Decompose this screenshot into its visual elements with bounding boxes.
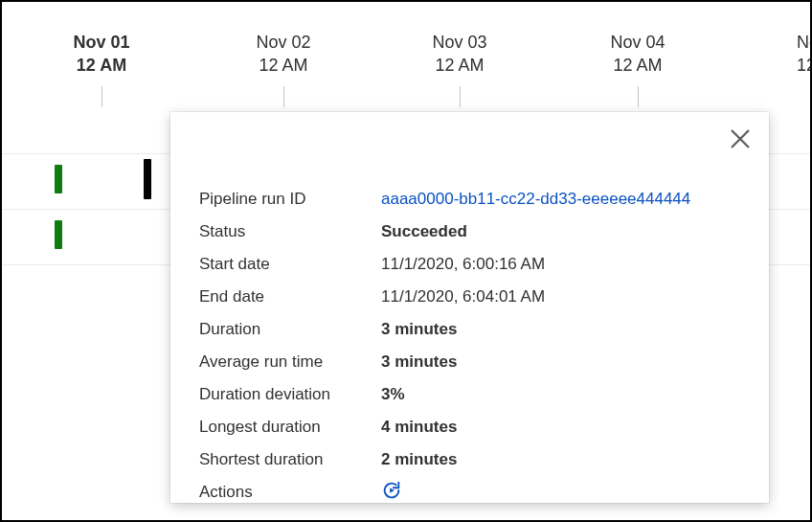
timeline-tick: Nov 03 12 AM (402, 31, 517, 78)
detail-row-actions: Actions (199, 476, 740, 509)
value-start: 11/1/2020, 6:00:16 AM (381, 255, 740, 274)
label-deviation: Duration deviation (199, 385, 381, 404)
label-shortest: Shortest duration (199, 450, 381, 469)
detail-row-start: Start date 11/1/2020, 6:00:16 AM (199, 248, 740, 281)
timeline-tick: Nov 04 12 AM (580, 31, 695, 78)
value-status: Succeeded (381, 222, 740, 241)
label-run-id: Pipeline run ID (199, 190, 381, 209)
detail-row-end: End date 11/1/2020, 6:04:01 AM (199, 281, 740, 313)
detail-row-status: Status Succeeded (199, 216, 740, 248)
timeline-tick: Nov 02 12 AM (226, 31, 341, 78)
tick-mark (638, 86, 639, 107)
tick-date: Nov 04 (580, 31, 695, 54)
run-details-popup: Pipeline run ID aaaa0000-bb11-cc22-dd33-… (170, 112, 769, 503)
value-run-id[interactable]: aaaa0000-bb11-cc22-dd33-eeeeee444444 (381, 190, 740, 209)
detail-row-avg: Average run time 3 minutes (199, 346, 740, 378)
value-shortest: 2 minutes (381, 450, 740, 469)
tick-mark (283, 86, 284, 107)
rerun-button[interactable] (381, 480, 402, 506)
pipeline-run-bar-selected[interactable] (144, 159, 151, 199)
details-list: Pipeline run ID aaaa0000-bb11-cc22-dd33-… (199, 183, 740, 509)
detail-row-duration: Duration 3 minutes (199, 313, 740, 346)
timeline-view: Nov 01 12 AM Nov 02 12 AM Nov 03 12 AM N… (0, 0, 812, 522)
tick-time: 12 AM (44, 54, 159, 77)
value-longest: 4 minutes (381, 418, 740, 437)
close-button[interactable] (729, 127, 752, 150)
label-end: End date (199, 287, 381, 306)
detail-row-longest: Longest duration 4 minutes (199, 411, 740, 443)
tick-date: Nov 01 (44, 31, 159, 54)
value-deviation: 3% (381, 385, 740, 404)
detail-row-shortest: Shortest duration 2 minutes (199, 443, 740, 476)
tick-date: Nov 03 (402, 31, 517, 54)
detail-row-run-id: Pipeline run ID aaaa0000-bb11-cc22-dd33-… (199, 183, 740, 216)
timeline-tick: No 12 (797, 31, 812, 78)
refresh-play-icon (381, 480, 402, 506)
tick-time: 12 AM (580, 54, 695, 77)
close-icon (729, 138, 752, 153)
value-end: 11/1/2020, 6:04:01 AM (381, 287, 740, 306)
pipeline-run-bar[interactable] (55, 220, 62, 249)
value-duration: 3 minutes (381, 320, 740, 339)
tick-time: 12 AM (226, 54, 341, 77)
label-actions: Actions (199, 483, 381, 502)
tick-mark (102, 86, 102, 107)
tick-time: 12 (797, 54, 812, 77)
tick-date: No (797, 31, 812, 54)
label-longest: Longest duration (199, 418, 381, 437)
label-status: Status (199, 222, 381, 241)
timeline-tick: Nov 01 12 AM (44, 31, 159, 78)
label-start: Start date (199, 255, 381, 274)
timeline-header: Nov 01 12 AM Nov 02 12 AM Nov 03 12 AM N… (2, 31, 810, 83)
pipeline-run-bar[interactable] (55, 165, 62, 193)
label-duration: Duration (199, 320, 381, 339)
tick-date: Nov 02 (226, 31, 341, 54)
label-avg: Average run time (199, 352, 381, 372)
detail-row-deviation: Duration deviation 3% (199, 378, 740, 411)
tick-time: 12 AM (402, 54, 517, 77)
tick-mark (460, 86, 461, 107)
value-avg: 3 minutes (381, 352, 740, 372)
value-actions (381, 480, 740, 506)
